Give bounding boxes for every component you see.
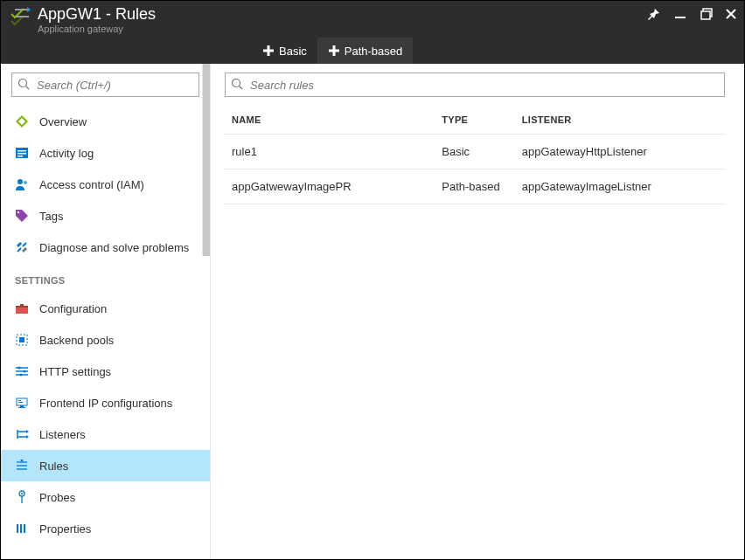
settings-section-header: SETTINGS [1,263,210,293]
svg-point-31 [24,370,26,373]
sidebar-nav: Overview Activity log Access control (IA… [1,64,211,559]
svg-rect-18 [17,156,23,157]
rules-search-box[interactable] [225,73,725,97]
svg-point-56 [233,79,240,86]
nav-label: Access control (IAM) [39,178,144,191]
nav-properties[interactable]: Properties [1,513,210,544]
column-type[interactable]: TYPE [435,106,515,135]
nav-label: Probes [39,491,75,504]
column-name[interactable]: NAME [225,106,435,135]
cell-type: Basic [435,135,515,169]
column-listener[interactable]: LISTENER [515,106,725,135]
listeners-icon [15,427,29,441]
svg-line-12 [26,86,30,89]
nav-label: Overview [39,115,87,128]
cell-name: rule1 [225,135,435,169]
overview-icon [15,114,29,128]
search-icon [231,78,243,93]
probes-icon [15,490,29,504]
tags-icon [15,209,29,223]
maximize-icon[interactable] [700,8,713,20]
nav-access-control[interactable]: Access control (IAM) [1,169,210,200]
nav-activity-log[interactable]: Activity log [1,137,210,169]
sidebar-scrollbar[interactable] [202,64,211,559]
nav-http-settings[interactable]: HTTP settings [1,356,210,387]
nav-label: Properties [39,522,91,536]
diagnose-icon [15,240,29,254]
configuration-icon [15,301,29,315]
nav-label: Tags [39,210,63,223]
rules-table: NAME TYPE LISTENER rule1 Basic appGatewa… [225,106,725,204]
search-icon [17,78,30,93]
nav-listeners[interactable]: Listeners [1,418,210,450]
pin-icon[interactable] [648,8,660,20]
svg-point-11 [19,79,27,86]
nav-diagnose[interactable]: Diagnose and solve problems [1,232,210,263]
appgw-resource-icon [10,4,31,27]
svg-rect-34 [20,405,24,407]
svg-point-21 [17,211,19,213]
sidebar-search [1,64,210,106]
nav-label: Listeners [39,428,86,441]
nav-tags[interactable]: Tags [1,200,210,232]
svg-rect-16 [17,150,26,152]
svg-rect-35 [18,407,25,408]
properties-icon [15,522,29,536]
backend-pools-icon [15,333,29,347]
access-control-icon [15,177,29,191]
svg-point-20 [24,181,27,184]
nav-label: Diagnose and solve problems [39,241,189,254]
nav-probes[interactable]: Probes [1,481,210,513]
nav-label: Backend pools [39,334,114,347]
cell-listener: appGatewayImageListner [515,169,725,204]
scrollbar-thumb[interactable] [202,64,211,256]
cell-type: Path-based [435,169,515,204]
minimize-icon[interactable] [672,6,688,22]
svg-point-48 [21,493,23,494]
svg-rect-26 [19,337,24,342]
nav-label: Frontend IP configurations [39,397,172,410]
add-path-based-button[interactable]: Path-based [317,38,414,64]
svg-rect-24 [20,304,24,306]
svg-rect-54 [20,529,22,531]
add-basic-button[interactable]: Basic [252,38,317,64]
page-title: AppGW1 - Rules [38,4,156,24]
svg-rect-37 [18,402,23,403]
command-bar: Basic Path-based [1,38,744,64]
svg-rect-55 [24,525,25,528]
http-settings-icon [15,364,29,378]
nav-label: HTTP settings [39,365,111,378]
svg-marker-41 [26,430,29,433]
nav-label: Activity log [39,147,94,160]
svg-marker-42 [26,435,29,439]
title-bar: AppGW1 - Rules Application gateway [1,1,744,38]
svg-line-57 [240,86,243,89]
cell-listener: appGatewayHttpListener [515,135,725,169]
activity-log-icon [15,146,29,160]
svg-rect-17 [17,153,26,155]
svg-point-32 [20,374,23,377]
add-basic-label: Basic [279,45,307,58]
nav-label: Rules [39,460,68,473]
page-subtitle: Application gateway [38,24,156,34]
table-row[interactable]: appGatwewayImagePR Path-based appGateway… [225,169,725,204]
rules-icon [15,459,29,473]
sidebar-search-box[interactable] [11,73,199,97]
svg-rect-23 [16,306,28,308]
svg-point-30 [18,367,21,370]
nav-overview[interactable]: Overview [1,106,210,137]
frontend-ip-icon [15,396,29,410]
nav-rules[interactable]: Rules [1,450,210,481]
table-row[interactable]: rule1 Basic appGatewayHttpListener [225,135,725,169]
svg-rect-53 [17,526,18,529]
sidebar-search-input[interactable] [35,78,193,93]
nav-backend-pools[interactable]: Backend pools [1,324,210,356]
rules-search-input[interactable] [248,78,719,93]
content-pane: NAME TYPE LISTENER rule1 Basic appGatewa… [211,64,744,559]
nav-label: Configuration [39,302,107,315]
nav-configuration[interactable]: Configuration [1,293,210,324]
close-icon[interactable] [725,8,737,20]
cell-name: appGatwewayImagePR [225,169,435,204]
nav-frontend-ip[interactable]: Frontend IP configurations [1,387,210,418]
svg-rect-36 [18,400,21,401]
